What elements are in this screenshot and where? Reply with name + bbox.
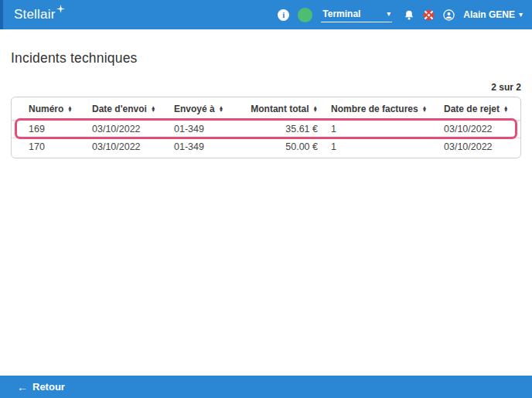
chevron-down-icon: ▾ bbox=[519, 11, 523, 19]
stellair-logo[interactable]: Stellair bbox=[14, 7, 65, 22]
column-header-date-rejet[interactable]: Date de rejet ▲▼ bbox=[444, 104, 520, 114]
page-title: Incidents techniques bbox=[11, 50, 521, 66]
cell-nombre-factures: 1 bbox=[331, 141, 444, 152]
appbar-right-cluster: i Terminal ▾ bbox=[278, 8, 523, 22]
info-icon[interactable]: i bbox=[278, 9, 289, 21]
result-count: 2 sur 2 bbox=[11, 82, 521, 93]
left-arrow-icon: ← bbox=[17, 381, 28, 393]
user-name: Alain GENE bbox=[463, 9, 515, 20]
cell-nombre-factures: 1 bbox=[331, 124, 444, 134]
sort-icon: ▲▼ bbox=[151, 106, 155, 113]
table-header-row: Numéro ▲▼ Date d'envoi ▲▼ Envoyé à ▲▼ Mo… bbox=[12, 97, 520, 120]
sort-icon: ▲▼ bbox=[422, 106, 427, 113]
lifebuoy-icon[interactable] bbox=[423, 9, 435, 21]
incidents-table-card: Numéro ▲▼ Date d'envoi ▲▼ Envoyé à ▲▼ Mo… bbox=[11, 97, 521, 158]
cell-date-envoi: 03/10/2022 bbox=[92, 141, 174, 152]
terminal-select[interactable]: Terminal ▾ bbox=[321, 8, 392, 22]
back-button[interactable]: ← Retour bbox=[17, 381, 65, 393]
main-content: Incidents techniques 2 sur 2 Numéro ▲▼ D… bbox=[0, 29, 532, 158]
column-header-montant-total[interactable]: Montant total ▲▼ bbox=[243, 104, 331, 114]
sort-icon: ▲▼ bbox=[503, 106, 508, 113]
cell-envoye-a: 01-349 bbox=[174, 124, 243, 134]
column-header-envoye-a[interactable]: Envoyé à ▲▼ bbox=[174, 104, 243, 114]
cell-date-rejet: 03/10/2022 bbox=[444, 124, 520, 134]
app-bar: Stellair i Terminal ▾ bbox=[0, 0, 532, 29]
sort-icon: ▲▼ bbox=[313, 106, 318, 113]
status-indicator-dot bbox=[298, 8, 312, 22]
user-avatar-icon[interactable] bbox=[443, 9, 455, 21]
sort-icon: ▲▼ bbox=[67, 106, 72, 113]
cell-envoye-a: 01-349 bbox=[174, 141, 243, 152]
table-row[interactable]: 170 03/10/2022 01-349 50.00 € 1 03/10/20… bbox=[12, 138, 520, 155]
cell-date-envoi: 03/10/2022 bbox=[92, 124, 174, 134]
column-header-date-envoi[interactable]: Date d'envoi ▲▼ bbox=[92, 104, 174, 114]
footer-bar: ← Retour bbox=[0, 376, 532, 398]
window-edge bbox=[0, 0, 3, 29]
sparkle-icon bbox=[56, 5, 65, 13]
terminal-select-value: Terminal bbox=[322, 9, 360, 19]
cell-date-rejet: 03/10/2022 bbox=[444, 141, 520, 152]
bell-icon[interactable] bbox=[404, 9, 414, 21]
column-header-numero[interactable]: Numéro ▲▼ bbox=[12, 104, 92, 114]
cell-montant-total: 35.61 € bbox=[243, 124, 331, 134]
chevron-down-icon: ▾ bbox=[387, 10, 390, 18]
column-header-nombre-factures[interactable]: Nombre de factures ▲▼ bbox=[331, 104, 444, 114]
table-row[interactable]: 169 03/10/2022 01-349 35.61 € 1 03/10/20… bbox=[12, 120, 520, 138]
back-button-label: Retour bbox=[32, 381, 65, 393]
sort-icon: ▲▼ bbox=[219, 106, 223, 113]
logo-text: Stellair bbox=[14, 7, 56, 22]
cell-montant-total: 50.00 € bbox=[243, 141, 331, 152]
user-menu[interactable]: Alain GENE ▾ bbox=[463, 9, 523, 20]
cell-numero: 169 bbox=[12, 124, 92, 134]
cell-numero: 170 bbox=[12, 141, 92, 152]
